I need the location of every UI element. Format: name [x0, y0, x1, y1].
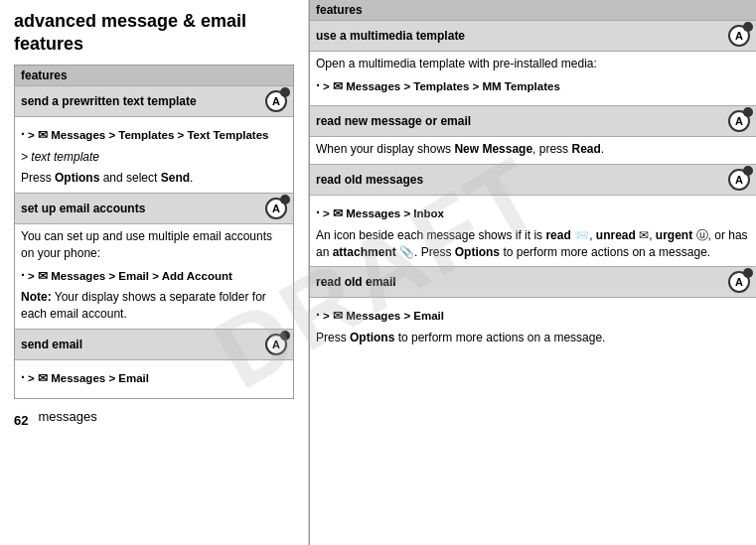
section-header-send-prewritten: send a prewritten text template A [15, 86, 293, 117]
left-table-header: features [15, 66, 293, 86]
section-content-multimedia: Open a multimedia template with pre-inst… [310, 52, 756, 105]
section-header-multimedia: use a multimedia template A [310, 21, 756, 52]
section-header-read-old-email: read old email A [310, 266, 756, 298]
right-table-header: features [310, 0, 756, 21]
user-icon-send-email: A [265, 334, 287, 355]
page-title: advanced message & email features [14, 10, 294, 55]
section-header-setup-email: set up email accounts A [15, 193, 293, 224]
section-content-read-new: When your display shows New Message, pre… [310, 137, 756, 164]
read-new-desc: When your display shows New Message, pre… [316, 141, 750, 158]
user-icon-read-new: A [728, 110, 750, 132]
menu-path-multimedia: ∙ > ✉ Messages > Templates > MM Template… [316, 76, 750, 96]
section-content-setup-email: You can set up and use multiple email ac… [15, 224, 293, 329]
user-icon-setup-email: A [265, 198, 287, 219]
right-column: features use a multimedia template A Ope… [308, 0, 756, 545]
section-title-send-email: send email [21, 338, 82, 351]
section-title-read-old-email: read old email [316, 275, 396, 289]
menu-path-read-old: ∙ > ✉ Messages > Inbox [316, 204, 750, 223]
menu-path-send-prewritten: ∙ > ✉ Messages > Templates > Text Templa… [21, 125, 287, 145]
left-column: advanced message & email features featur… [0, 0, 308, 545]
user-icon-send-prewritten: A [265, 90, 287, 112]
read-old-desc: An icon beside each message shows if it … [316, 227, 750, 261]
section-content-send-email: ∙ > ✉ Messages > Email [15, 360, 293, 398]
text-template-path: > text template [21, 150, 99, 164]
section-title-setup-email: set up email accounts [21, 202, 145, 215]
read-old-email-desc: Press Options to perform more actions on… [316, 330, 750, 346]
page-label: messages [38, 409, 96, 424]
section-content-send-prewritten: ∙ > ✉ Messages > Templates > Text Templa… [15, 117, 293, 193]
multimedia-intro: Open a multimedia template with pre-inst… [316, 56, 750, 72]
send-prewritten-note: Press Options and select Send. [21, 170, 287, 187]
menu-path-setup-email: ∙ > ✉ Messages > Email > Add Account [21, 266, 287, 286]
right-features-table: features use a multimedia template A Ope… [309, 0, 756, 545]
section-title-read-old: read old messages [316, 173, 423, 187]
left-features-table: features send a prewritten text template… [14, 65, 294, 399]
section-content-read-old: ∙ > ✉ Messages > Inbox An icon beside ea… [310, 196, 756, 266]
section-content-read-old-email: ∙ > ✉ Messages > Email Press Options to … [310, 298, 756, 351]
page-number: 62 [14, 405, 28, 428]
section-title-send-prewritten: send a prewritten text template [21, 94, 197, 108]
page-info: 62 messages [14, 405, 294, 428]
section-header-read-new: read new message or email A [310, 105, 756, 137]
setup-email-intro: You can set up and use multiple email ac… [21, 228, 287, 262]
setup-email-note: Note: Your display shows a separate fold… [21, 289, 287, 323]
section-title-read-new: read new message or email [316, 114, 471, 128]
section-header-send-email: send email A [15, 329, 293, 360]
section-title-multimedia: use a multimedia template [316, 29, 465, 43]
user-icon-multimedia: A [728, 25, 750, 47]
user-icon-read-old: A [728, 169, 750, 191]
user-icon-read-old-email: A [728, 271, 750, 293]
menu-path-send-email: ∙ > ✉ Messages > Email [21, 368, 287, 388]
section-header-read-old: read old messages A [310, 164, 756, 196]
menu-path-read-old-email: ∙ > ✉ Messages > Email [316, 306, 750, 326]
